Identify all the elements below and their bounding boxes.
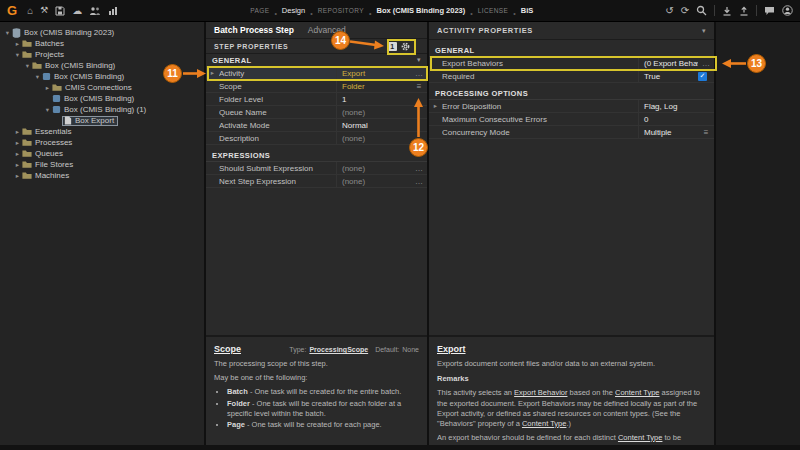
property-value[interactable]: Multiple <box>638 126 698 138</box>
property-row-concurrency-mode[interactable]: Concurrency Mode Multiple <box>429 126 714 139</box>
list-item: Batch - One task will be created for the… <box>227 387 419 397</box>
expressions-section-label: EXPRESSIONS <box>212 151 270 160</box>
property-value[interactable]: Folder <box>336 80 411 92</box>
scope-help-panel: Scope Type: ProcessingScope Default: Non… <box>206 335 427 445</box>
property-row-activate-mode[interactable]: Activate Mode Normal <box>206 119 427 132</box>
chevron-right-icon[interactable] <box>13 172 22 180</box>
property-value[interactable]: 0 <box>638 113 698 125</box>
tree-item-box-export[interactable]: Box Export <box>0 115 204 126</box>
content-type-link[interactable]: Content Type <box>615 388 659 397</box>
upload-icon[interactable] <box>739 6 749 16</box>
chevron-down-icon[interactable] <box>43 106 52 114</box>
property-value[interactable]: (none) <box>336 175 411 187</box>
property-row-export-behaviors[interactable]: Export Behaviors (0 Export Behaviors) <box>429 57 714 70</box>
cloud-icon[interactable] <box>72 6 82 16</box>
tree-item-file-stores[interactable]: File Stores <box>0 159 204 170</box>
property-row-required[interactable]: Required True <box>429 70 714 83</box>
undo-icon[interactable] <box>665 6 673 16</box>
property-value[interactable]: Normal <box>336 119 411 131</box>
tree-item-batches[interactable]: Batches <box>0 38 204 49</box>
property-value[interactable]: (none) <box>336 106 411 118</box>
chevron-right-icon[interactable] <box>13 161 22 169</box>
property-row-next-step-expression[interactable]: Next Step Expression (none) <box>206 175 427 188</box>
refresh-icon[interactable] <box>681 6 689 16</box>
selected-tree-item[interactable]: Box Export <box>62 116 118 126</box>
tree-item-box-cmis-binding-1[interactable]: Box (CMIS Binding) (1) <box>0 104 204 115</box>
property-row-error-disposition[interactable]: Error Disposition Flag, Log <box>429 100 714 113</box>
property-value[interactable]: Flag, Log <box>638 100 698 112</box>
search-icon[interactable] <box>696 5 707 16</box>
download-icon[interactable] <box>722 6 732 16</box>
ellipsis-button[interactable] <box>698 59 714 68</box>
chevron-right-icon[interactable] <box>13 150 22 158</box>
dropdown-button[interactable] <box>411 82 427 91</box>
tools-icon[interactable] <box>40 6 48 15</box>
document-icon <box>64 116 72 125</box>
property-label: Concurrency Mode <box>442 128 638 137</box>
page-label: PAGE <box>250 7 269 14</box>
tab-batch-process-step[interactable]: Batch Process Step <box>214 25 294 35</box>
profile-icon[interactable] <box>782 5 793 16</box>
expand-icon[interactable] <box>429 102 442 110</box>
tree-item-queues[interactable]: Queues <box>0 148 204 159</box>
expressions-section-header[interactable]: EXPRESSIONS <box>206 149 427 162</box>
chevron-down-icon[interactable] <box>3 29 12 37</box>
property-value[interactable]: (none) <box>336 132 411 144</box>
chat-icon[interactable] <box>764 6 775 16</box>
tree-item-repository-root[interactable]: Box (CMIS Binding 2023) <box>0 27 204 38</box>
ellipsis-button[interactable] <box>411 69 427 78</box>
toolbar-divider <box>714 5 715 16</box>
property-value[interactable]: True <box>638 70 698 82</box>
tree-item-projects[interactable]: Projects <box>0 49 204 60</box>
gear-icon[interactable] <box>400 41 411 52</box>
home-icon[interactable] <box>27 6 33 16</box>
folder-icon <box>22 171 32 180</box>
property-value[interactable]: (0 Export Behaviors) <box>638 57 698 69</box>
property-row-queue-name[interactable]: Queue Name (none) <box>206 106 427 119</box>
tab-bar: Batch Process Step Advanced <box>206 22 427 39</box>
general-section-header[interactable]: GENERAL <box>206 54 427 67</box>
chevron-down-icon[interactable] <box>33 73 42 81</box>
property-row-activity[interactable]: Activity Export <box>206 67 427 80</box>
type-link[interactable]: ProcessingScope <box>309 345 368 354</box>
required-checkbox[interactable] <box>698 72 707 81</box>
content-type-link[interactable]: Content Type <box>522 419 566 428</box>
chevron-down-icon[interactable] <box>702 27 706 35</box>
tree-item-label: Box (CMIS Binding) (1) <box>64 105 146 114</box>
chevron-right-icon[interactable] <box>13 139 22 147</box>
chart-icon[interactable] <box>108 6 118 16</box>
dropdown-button[interactable] <box>698 128 714 137</box>
property-row-description[interactable]: Description (none) <box>206 132 427 145</box>
chevron-right-icon[interactable] <box>13 40 22 48</box>
ellipsis-button[interactable] <box>411 164 427 173</box>
tree-item-box-cmis-binding[interactable]: Box (CMIS Binding) <box>0 93 204 104</box>
export-behavior-link[interactable]: Export Behavior <box>514 388 567 397</box>
tree-item-essentials[interactable]: Essentials <box>0 126 204 137</box>
general-section-header[interactable]: GENERAL <box>429 44 714 57</box>
chevron-right-icon[interactable] <box>13 128 22 136</box>
sort-order-icon[interactable] <box>388 42 397 51</box>
chevron-down-icon[interactable] <box>13 51 22 59</box>
tree-item-label: Box (CMIS Binding 2023) <box>24 28 114 37</box>
chevron-right-icon[interactable] <box>43 84 52 92</box>
chevron-down-icon[interactable] <box>23 62 32 70</box>
expand-icon[interactable] <box>206 69 219 77</box>
property-value[interactable]: (none) <box>336 162 411 174</box>
content-type-link[interactable]: Content Type <box>618 433 662 442</box>
tree-item-cmis-connections[interactable]: CMIS Connections <box>0 82 204 93</box>
tree-item-machines[interactable]: Machines <box>0 170 204 181</box>
property-value[interactable]: Export <box>336 67 411 79</box>
term-desc: - One task will be created for each page… <box>245 420 382 429</box>
ellipsis-button[interactable] <box>411 177 427 186</box>
save-icon[interactable] <box>55 6 65 16</box>
property-value[interactable]: 1 <box>336 93 411 105</box>
property-row-should-submit-expression[interactable]: Should Submit Expression (none) <box>206 162 427 175</box>
chevron-down-icon[interactable] <box>417 56 421 64</box>
users-icon[interactable] <box>89 6 101 16</box>
property-row-maximum-consecutive-errors[interactable]: Maximum Consecutive Errors 0 <box>429 113 714 126</box>
property-row-folder-level[interactable]: Folder Level 1 <box>206 93 427 106</box>
tree-item-processes[interactable]: Processes <box>0 137 204 148</box>
property-row-scope[interactable]: Scope Folder <box>206 80 427 93</box>
processing-options-section-header[interactable]: PROCESSING OPTIONS <box>429 87 714 100</box>
default-label: Default: <box>375 345 399 354</box>
